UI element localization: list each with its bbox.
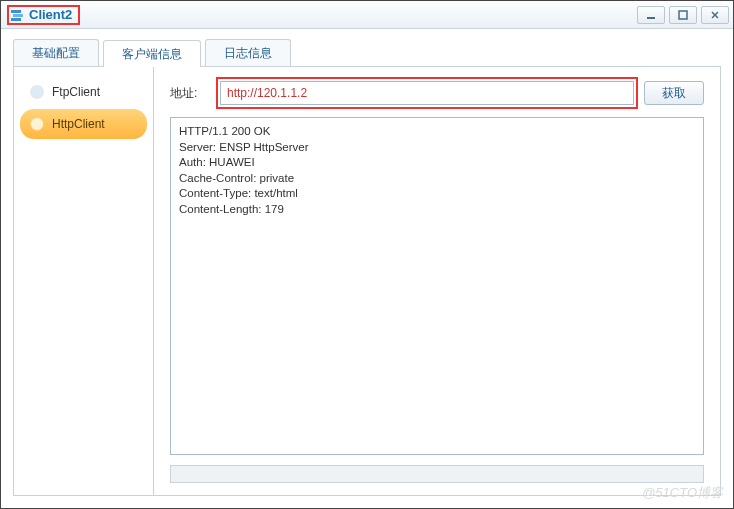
sidebar-item-httpclient[interactable]: HttpClient <box>20 109 147 139</box>
svg-rect-1 <box>13 14 23 17</box>
close-button[interactable] <box>701 6 729 24</box>
svg-rect-4 <box>679 11 687 19</box>
maximize-button[interactable] <box>669 6 697 24</box>
window-title: Client2 <box>29 7 72 22</box>
fetch-button[interactable]: 获取 <box>644 81 704 105</box>
svg-rect-0 <box>11 10 21 13</box>
client-status-dot <box>30 117 44 131</box>
response-output[interactable]: HTTP/1.1 200 OK Server: ENSP HttpServer … <box>170 117 704 455</box>
address-input[interactable] <box>220 81 634 105</box>
client-status-dot <box>30 85 44 99</box>
titlebar: Client2 <box>1 1 733 29</box>
progress-bar <box>170 465 704 483</box>
sidebar-item-ftpclient[interactable]: FtpClient <box>20 77 147 107</box>
app-icon <box>9 7 25 23</box>
minimize-button[interactable] <box>637 6 665 24</box>
address-label: 地址: <box>170 85 210 102</box>
window-controls <box>637 6 729 24</box>
tab-log-info[interactable]: 日志信息 <box>205 39 291 66</box>
tab-bar: 基础配置 客户端信息 日志信息 <box>13 39 721 67</box>
main-panel: 地址: 获取 HTTP/1.1 200 OK Server: ENSP Http… <box>154 67 720 495</box>
tab-client-info[interactable]: 客户端信息 <box>103 40 201 67</box>
sidebar-item-label: HttpClient <box>52 117 105 131</box>
sidebar: FtpClient HttpClient <box>14 67 154 495</box>
tab-basic-config[interactable]: 基础配置 <box>13 39 99 66</box>
title-highlight-box: Client2 <box>7 5 80 25</box>
sidebar-item-label: FtpClient <box>52 85 100 99</box>
svg-rect-2 <box>11 18 21 21</box>
svg-rect-3 <box>647 17 655 19</box>
